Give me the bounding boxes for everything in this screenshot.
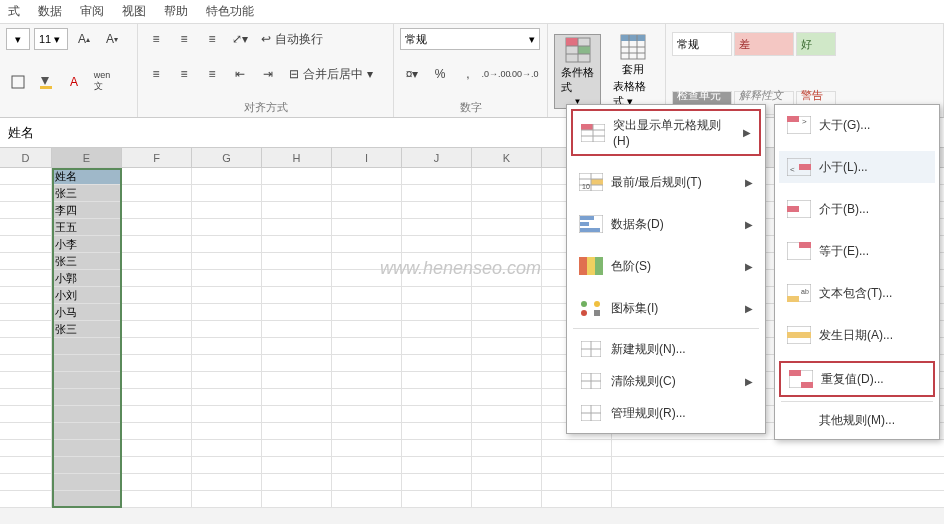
cell[interactable] <box>0 168 52 184</box>
style-normal[interactable]: 常规 <box>672 32 732 56</box>
cell[interactable] <box>52 372 122 388</box>
cell[interactable] <box>542 457 612 473</box>
cell[interactable] <box>52 440 122 456</box>
cell[interactable] <box>472 406 542 422</box>
phonetic-button[interactable]: wen文 <box>90 71 114 93</box>
orientation-button[interactable]: ⤢▾ <box>228 28 252 50</box>
cell[interactable] <box>52 406 122 422</box>
cell[interactable] <box>262 168 332 184</box>
conditional-format-button[interactable]: 条件格式 ▼ <box>554 34 601 109</box>
cell[interactable] <box>262 372 332 388</box>
font-size-select[interactable]: 11 ▾ <box>34 28 68 50</box>
cell[interactable] <box>472 219 542 235</box>
cell[interactable] <box>332 287 402 303</box>
cell[interactable] <box>0 440 52 456</box>
greater-than-item[interactable]: > 大于(G)... <box>779 109 935 141</box>
cell[interactable] <box>122 185 192 201</box>
cell[interactable] <box>122 491 192 507</box>
cell[interactable] <box>262 236 332 252</box>
cell[interactable] <box>402 185 472 201</box>
cell[interactable] <box>192 270 262 286</box>
cell[interactable] <box>192 185 262 201</box>
cell[interactable] <box>262 287 332 303</box>
style-bad[interactable]: 差 <box>734 32 794 56</box>
cell[interactable] <box>332 457 402 473</box>
cell[interactable] <box>472 440 542 456</box>
cell[interactable] <box>0 355 52 371</box>
cell[interactable]: 李四 <box>52 202 122 218</box>
cell[interactable] <box>122 168 192 184</box>
cell[interactable] <box>0 236 52 252</box>
cell[interactable] <box>122 389 192 405</box>
cell[interactable] <box>52 457 122 473</box>
cell[interactable] <box>262 355 332 371</box>
cell[interactable] <box>332 423 402 439</box>
cell[interactable] <box>332 321 402 337</box>
cell[interactable] <box>332 253 402 269</box>
col-head-j[interactable]: J <box>402 148 472 167</box>
cell[interactable] <box>402 372 472 388</box>
tab-data[interactable]: 数据 <box>38 3 62 20</box>
cell[interactable] <box>122 372 192 388</box>
cell[interactable] <box>402 321 472 337</box>
color-scales-item[interactable]: 色阶(S) ▶ <box>571 250 761 282</box>
cell[interactable] <box>192 474 262 490</box>
cell[interactable] <box>122 406 192 422</box>
cell[interactable] <box>262 253 332 269</box>
cell[interactable] <box>402 253 472 269</box>
cell[interactable] <box>332 185 402 201</box>
tab-special[interactable]: 特色功能 <box>206 3 254 20</box>
cell[interactable]: 小刘 <box>52 287 122 303</box>
less-than-item[interactable]: < 小于(L)... <box>779 151 935 183</box>
col-head-k[interactable]: K <box>472 148 542 167</box>
decrease-font-button[interactable]: A▾ <box>100 28 124 50</box>
cell[interactable] <box>192 355 262 371</box>
cell[interactable] <box>262 440 332 456</box>
text-contains-item[interactable]: ab 文本包含(T)... <box>779 277 935 309</box>
col-head-d[interactable]: D <box>0 148 52 167</box>
cell[interactable]: 姓名 <box>52 168 122 184</box>
duplicate-values-item[interactable]: 重复值(D)... <box>779 361 935 397</box>
align-left-button[interactable]: ≡ <box>144 63 168 85</box>
cell[interactable] <box>402 304 472 320</box>
increase-decimal-button[interactable]: .0→.00 <box>484 63 508 85</box>
cell[interactable] <box>0 423 52 439</box>
cell[interactable] <box>0 389 52 405</box>
cell[interactable] <box>332 338 402 354</box>
new-rule-item[interactable]: 新建规则(N)... <box>571 333 761 365</box>
cell[interactable]: 王五 <box>52 219 122 235</box>
cell[interactable] <box>0 287 52 303</box>
cell[interactable] <box>542 440 612 456</box>
tab-review[interactable]: 审阅 <box>80 3 104 20</box>
cell[interactable] <box>332 389 402 405</box>
cell[interactable] <box>262 338 332 354</box>
cell[interactable] <box>472 491 542 507</box>
cell[interactable] <box>332 491 402 507</box>
cell[interactable] <box>122 202 192 218</box>
cell[interactable] <box>542 491 612 507</box>
currency-button[interactable]: ¤▾ <box>400 63 424 85</box>
cell[interactable] <box>402 338 472 354</box>
cell[interactable] <box>192 321 262 337</box>
cell[interactable] <box>192 389 262 405</box>
cell[interactable] <box>0 491 52 507</box>
cell[interactable] <box>192 372 262 388</box>
cell[interactable] <box>402 270 472 286</box>
col-head-f[interactable]: F <box>122 148 192 167</box>
cell[interactable] <box>0 338 52 354</box>
style-good[interactable]: 好 <box>796 32 836 56</box>
cell[interactable] <box>0 185 52 201</box>
date-occurring-item[interactable]: 发生日期(A)... <box>779 319 935 351</box>
number-format-select[interactable]: 常规▾ <box>400 28 540 50</box>
cell[interactable] <box>332 202 402 218</box>
cell[interactable]: 小郭 <box>52 270 122 286</box>
cell[interactable] <box>262 219 332 235</box>
cell[interactable] <box>192 304 262 320</box>
data-bars-item[interactable]: 数据条(D) ▶ <box>571 208 761 240</box>
cell[interactable] <box>402 440 472 456</box>
cell[interactable] <box>192 457 262 473</box>
between-item[interactable]: 介于(B)... <box>779 193 935 225</box>
top-bottom-rules-item[interactable]: 10 最前/最后规则(T) ▶ <box>571 166 761 198</box>
cell[interactable] <box>52 491 122 507</box>
cell[interactable] <box>262 321 332 337</box>
